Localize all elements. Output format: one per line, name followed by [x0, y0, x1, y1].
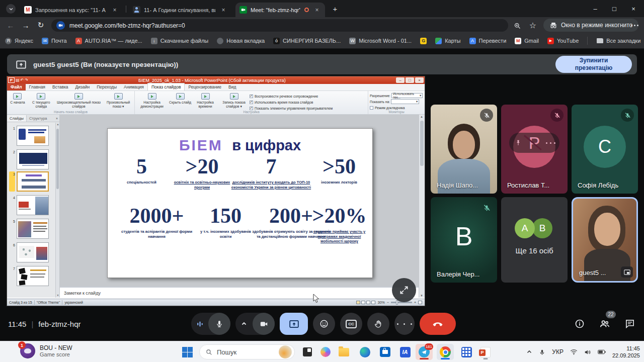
tile-overflow[interactable]: A B Ще 16 осіб [501, 197, 568, 283]
tab-classroom[interactable]: 11- А Години спілкування, вио × [129, 3, 232, 17]
all-bookmarks-button[interactable]: Все закладки [587, 37, 640, 45]
mic-control[interactable] [191, 313, 230, 335]
ribbon-tab[interactable]: Рецензирование [185, 83, 225, 90]
hide-slide-button[interactable]: Скрыть слайд [169, 92, 191, 105]
rehearse-timings-button[interactable]: Настройка времени [192, 92, 218, 108]
back-button[interactable]: ← [4, 19, 17, 32]
tab-search-button[interactable] [6, 4, 16, 14]
clock[interactable]: 11:45 22.09.2025 [612, 345, 640, 359]
view-reading-icon[interactable] [366, 301, 370, 304]
checkbox-use-timings[interactable]: ✓Использовать время показа слайдов [250, 99, 333, 105]
ribbon-tab[interactable]: Главная [26, 83, 49, 90]
window-maximize-button[interactable]: □ [605, 1, 624, 16]
info-button[interactable] [574, 318, 586, 330]
panel-scrollbar[interactable]: ▲ ▼ [55, 123, 59, 298]
raise-hand-button[interactable] [367, 313, 389, 335]
captions-button[interactable]: CC [340, 313, 362, 335]
broadcast-slideshow-button[interactable]: Широковещательный показ слайдов [55, 92, 103, 108]
powerpoint-taskbar-button[interactable]: P [477, 344, 494, 360]
telegram-button-active[interactable]: 181 [416, 344, 433, 360]
ppt-close-button[interactable]: × [415, 77, 424, 83]
search-box[interactable]: Пошук [199, 344, 295, 359]
bookmark-maps[interactable]: Карты [435, 38, 460, 44]
bookmark-translate[interactable]: AПеревести [469, 38, 507, 44]
resolution-dropdown[interactable]: Использовать тек...▾ [391, 93, 423, 98]
new-tab-button[interactable]: + [330, 4, 340, 14]
zoom-icon[interactable] [512, 21, 522, 31]
end-call-button[interactable] [420, 313, 456, 335]
ppt-minimize-button[interactable]: – [396, 77, 405, 83]
bookmark-mail[interactable]: ✉Почта [42, 38, 67, 44]
office-button[interactable] [458, 344, 475, 360]
slide-thumbnail-1[interactable]: 1 [9, 126, 49, 146]
slide-thumbnail-5[interactable]: 5 [9, 219, 49, 239]
panel-tab-slides[interactable]: Слайды [7, 115, 27, 122]
wifi-icon[interactable] [570, 349, 578, 355]
powerpoint-titlebar[interactable]: P ▤ ↶ ↷ БІЕМ_2025_ok_1.03 - Microsoft Po… [7, 76, 425, 84]
address-bar[interactable]: meet.google.com/feb-ztmz-hqr?authuser=0 [51, 19, 508, 32]
tab-meet-active[interactable]: Meet: "feb-ztmz-hqr" × [235, 3, 325, 17]
fit-to-window-icon[interactable] [418, 301, 422, 304]
zoom-out-icon[interactable]: − [387, 301, 389, 304]
language-indicator[interactable]: УКР [552, 348, 564, 355]
zoom-in-icon[interactable]: + [414, 301, 416, 304]
ribbon-tab-file[interactable]: Файл [7, 83, 26, 90]
ribbon-tab[interactable]: Вид [225, 83, 239, 90]
panel-tab-outline[interactable]: Структура [27, 115, 50, 122]
tile-more-icon[interactable] [544, 137, 556, 149]
bookmark-word[interactable]: WMicrosoft Word - 01... [349, 38, 412, 44]
stop-presenting-button[interactable]: Зупинити презентацію [555, 56, 632, 73]
tile-self-guest5[interactable]: guest5 ... [572, 197, 638, 283]
task-view-button[interactable] [299, 344, 316, 360]
panel-close-icon[interactable]: × [56, 117, 59, 120]
tile-rostyslav[interactable]: Р Ростислав Т... [501, 105, 568, 194]
reload-button[interactable]: ↻ [34, 19, 47, 32]
ribbon-tab[interactable]: Вставка [49, 83, 72, 90]
more-options-button[interactable] [394, 313, 415, 335]
window-minimize-button[interactable]: – [586, 1, 605, 16]
ribbon-tab[interactable]: Переходы [93, 83, 120, 90]
tile-nadia[interactable]: Надія Шапо... [431, 105, 497, 194]
people-button[interactable]: 22 [598, 317, 612, 331]
slide-thumbnail-4[interactable]: 4 [9, 195, 49, 215]
custom-slideshow-button[interactable]: Произвольный показ ▾ [103, 92, 133, 108]
copilot-button[interactable] [317, 344, 334, 360]
present-button-active[interactable] [280, 313, 308, 335]
expand-presentation-button[interactable] [392, 278, 416, 302]
qat-undo-icon[interactable]: ↶ [21, 78, 24, 82]
autoria-button[interactable]: IA [396, 344, 414, 360]
reactions-button[interactable] [313, 313, 335, 335]
battery-icon[interactable] [598, 349, 606, 354]
bookmark-sinergia[interactable]: óСИНЕРГИЯ БАЗЕЛЬ... [273, 38, 341, 44]
slide-thumbnail-3-selected[interactable]: 3 [9, 171, 49, 192]
show-on-dropdown[interactable]: ▾ [391, 99, 419, 104]
bookmark-newtab[interactable]: Новая вкладка [217, 38, 265, 44]
speaker-icon[interactable] [584, 349, 591, 355]
qat-save-icon[interactable]: ▤ [16, 78, 20, 82]
record-slideshow-button[interactable]: Запись показа слайдов ▾ [219, 92, 249, 108]
ribbon-tab[interactable]: Анимация [120, 83, 147, 90]
view-sorter-icon[interactable] [361, 301, 365, 304]
ribbon-tab-slideshow[interactable]: Показ слайдов [147, 83, 185, 90]
chrome-button-active[interactable] [437, 344, 454, 360]
camera-control[interactable] [235, 313, 275, 335]
tile-valeria[interactable]: В Валерія Чер... [431, 197, 497, 283]
window-close-button[interactable]: × [624, 1, 643, 16]
store-button[interactable] [376, 344, 393, 360]
slide-thumbnail-6[interactable]: 6 [9, 242, 49, 262]
file-explorer-button[interactable] [335, 344, 352, 360]
slide-thumbnail-2[interactable]: 2 [9, 149, 49, 169]
browser-menu-icon[interactable] [630, 21, 639, 30]
bookmark-youtube[interactable]: ▶YouTube [547, 38, 579, 44]
ribbon-tab[interactable]: Дизайн [72, 83, 94, 90]
from-current-slide-button[interactable]: С текущего слайда [28, 92, 54, 108]
tab-close-icon[interactable]: × [111, 6, 119, 14]
bookmark-g[interactable]: G [420, 38, 427, 44]
bookmark-gmail[interactable]: MGmail [515, 38, 539, 44]
from-beginning-button[interactable]: С начала [8, 92, 27, 105]
setup-slideshow-button[interactable]: Настройка демонстрации [136, 92, 168, 108]
tab-close-icon[interactable]: × [219, 6, 227, 14]
edge-button[interactable] [356, 344, 373, 360]
bookmark-yandex[interactable]: ЯЯндекс [5, 38, 33, 44]
view-normal-icon[interactable] [356, 301, 360, 304]
